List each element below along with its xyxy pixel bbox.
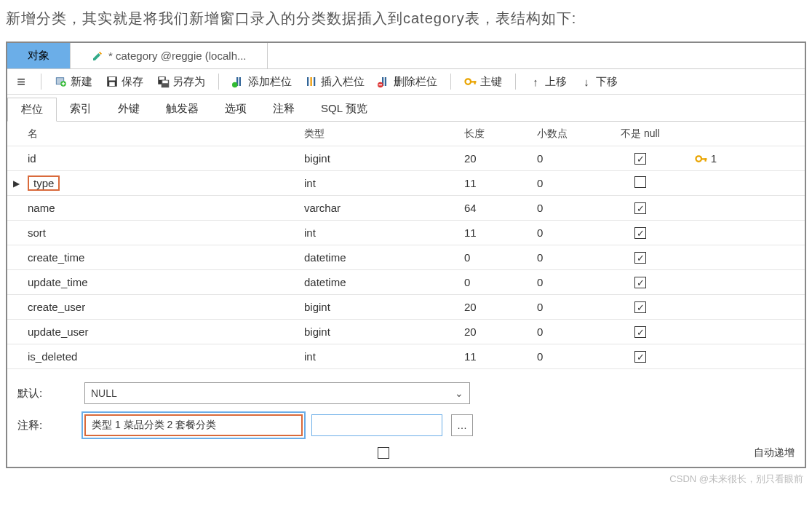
watermark: CSDN @未来很长，别只看眼前: [0, 468, 812, 490]
col-name[interactable]: 名: [22, 123, 298, 145]
new-button[interactable]: 新建: [55, 75, 92, 89]
table-row[interactable]: update_userbigint200: [7, 320, 805, 344]
menu-button[interactable]: [15, 75, 28, 88]
checkbox-icon[interactable]: [634, 153, 646, 165]
cell-type[interactable]: bigint: [298, 321, 458, 342]
cell-length[interactable]: 20: [458, 148, 531, 169]
cell-notnull[interactable]: [604, 197, 677, 219]
save-button[interactable]: 保存: [106, 75, 143, 89]
cell-notnull[interactable]: [604, 321, 677, 343]
cell-name[interactable]: create_time: [22, 247, 298, 268]
cell-decimals[interactable]: 0: [531, 272, 604, 293]
cell-type[interactable]: datetime: [298, 247, 458, 268]
cell-notnull[interactable]: [604, 296, 677, 318]
cell-type[interactable]: int: [298, 173, 458, 194]
page-heading: 新增分类，其实就是将我们新增窗口录入的分类数据插入到category表，表结构如…: [0, 0, 812, 42]
table-row[interactable]: create_userbigint200: [7, 295, 805, 320]
col-type[interactable]: 类型: [298, 123, 458, 145]
default-select[interactable]: NULL: [84, 382, 470, 404]
insertcol-button[interactable]: 插入栏位: [305, 75, 365, 89]
checkbox-icon[interactable]: [634, 252, 646, 264]
saveas-button[interactable]: 另存为: [156, 75, 205, 89]
col-decimals[interactable]: 小数点: [531, 123, 604, 145]
cell-length[interactable]: 0: [458, 272, 531, 293]
checkbox-icon[interactable]: [634, 301, 646, 313]
comment-input[interactable]: 类型 1 菜品分类 2 套餐分类: [84, 414, 303, 436]
autoincrement-row[interactable]: 自动递增: [17, 446, 795, 459]
sub-tab[interactable]: SQL 预览: [308, 98, 381, 121]
cell-type[interactable]: int: [298, 222, 458, 243]
cell-decimals[interactable]: 0: [531, 148, 604, 169]
cell-length[interactable]: 11: [458, 173, 531, 194]
checkbox-icon[interactable]: [634, 277, 646, 288]
pk-button[interactable]: 主键: [464, 75, 502, 89]
cell-type[interactable]: int: [298, 346, 458, 367]
tab-file[interactable]: * category @reggie (localh...: [71, 43, 268, 68]
checkbox-icon[interactable]: [634, 227, 646, 239]
cell-notnull[interactable]: [604, 222, 677, 244]
separator: [450, 74, 451, 90]
cell-name[interactable]: update_time: [22, 272, 298, 293]
pencil-icon: [91, 50, 104, 63]
cell-length[interactable]: 11: [458, 346, 531, 367]
checkbox-icon[interactable]: [634, 176, 646, 188]
addcol-button[interactable]: 添加栏位: [232, 75, 292, 89]
col-length[interactable]: 长度: [458, 123, 531, 145]
col-notnull[interactable]: 不是 null: [604, 123, 677, 145]
table-row[interactable]: is_deletedint110: [7, 344, 805, 369]
cell-decimals[interactable]: 0: [531, 222, 604, 243]
deletecol-button[interactable]: 删除栏位: [378, 75, 437, 89]
svg-rect-8: [162, 81, 168, 84]
cell-type[interactable]: bigint: [298, 296, 458, 317]
cell-type[interactable]: varchar: [298, 197, 458, 218]
cell-length[interactable]: 20: [458, 321, 531, 342]
grid-header: 名 类型 长度 小数点 不是 null: [7, 122, 805, 146]
cell-name[interactable]: create_user: [22, 296, 298, 317]
table-row[interactable]: update_timedatetime00: [7, 270, 805, 295]
comment-extra-input[interactable]: [311, 414, 442, 436]
sub-tab[interactable]: 外键: [105, 98, 153, 121]
cell-length[interactable]: 0: [458, 247, 531, 268]
cell-name[interactable]: type: [22, 171, 298, 195]
cell-decimals[interactable]: 0: [531, 197, 604, 218]
cell-name[interactable]: id: [22, 148, 298, 169]
cell-decimals[interactable]: 0: [531, 247, 604, 268]
cell-length[interactable]: 11: [458, 222, 531, 243]
autoincrement-checkbox[interactable]: [378, 447, 389, 459]
cell-notnull[interactable]: [604, 346, 677, 368]
cell-notnull[interactable]: [604, 272, 677, 293]
sub-tab[interactable]: 索引: [57, 98, 105, 121]
checkbox-icon[interactable]: [634, 351, 646, 363]
checkbox-icon[interactable]: [634, 326, 646, 338]
cell-decimals[interactable]: 0: [531, 321, 604, 342]
cell-decimals[interactable]: 0: [531, 173, 604, 194]
cell-decimals[interactable]: 0: [531, 296, 604, 317]
moveup-button[interactable]: 上移: [529, 75, 567, 89]
sub-tab[interactable]: 选项: [212, 98, 260, 121]
table-row[interactable]: idbigint2001: [7, 146, 805, 171]
cell-name[interactable]: update_user: [22, 321, 298, 342]
table-row[interactable]: ▶typeint110: [7, 171, 805, 196]
checkbox-icon[interactable]: [634, 202, 646, 214]
cell-notnull[interactable]: [604, 172, 677, 194]
cell-type[interactable]: bigint: [298, 148, 458, 169]
sub-tab[interactable]: 注释: [260, 98, 308, 121]
cell-length[interactable]: 64: [458, 197, 531, 218]
cell-name[interactable]: is_deleted: [22, 346, 298, 367]
sub-tab[interactable]: 触发器: [153, 98, 212, 121]
movedown-button[interactable]: 下移: [580, 75, 618, 89]
sub-tab[interactable]: 栏位: [7, 98, 57, 122]
cell-decimals[interactable]: 0: [531, 346, 604, 367]
cell-notnull[interactable]: [604, 148, 677, 170]
table-row[interactable]: create_timedatetime00: [7, 245, 805, 270]
cell-name[interactable]: sort: [22, 222, 298, 243]
table-row[interactable]: namevarchar640: [7, 196, 805, 221]
cell-length[interactable]: 20: [458, 296, 531, 317]
cell-notnull[interactable]: [604, 247, 677, 269]
cell-type[interactable]: datetime: [298, 272, 458, 293]
comment-more-button[interactable]: …: [451, 414, 473, 436]
key-icon: [695, 152, 708, 165]
tab-object[interactable]: 对象: [7, 43, 71, 68]
table-row[interactable]: sortint110: [7, 221, 805, 245]
cell-name[interactable]: name: [22, 197, 298, 218]
